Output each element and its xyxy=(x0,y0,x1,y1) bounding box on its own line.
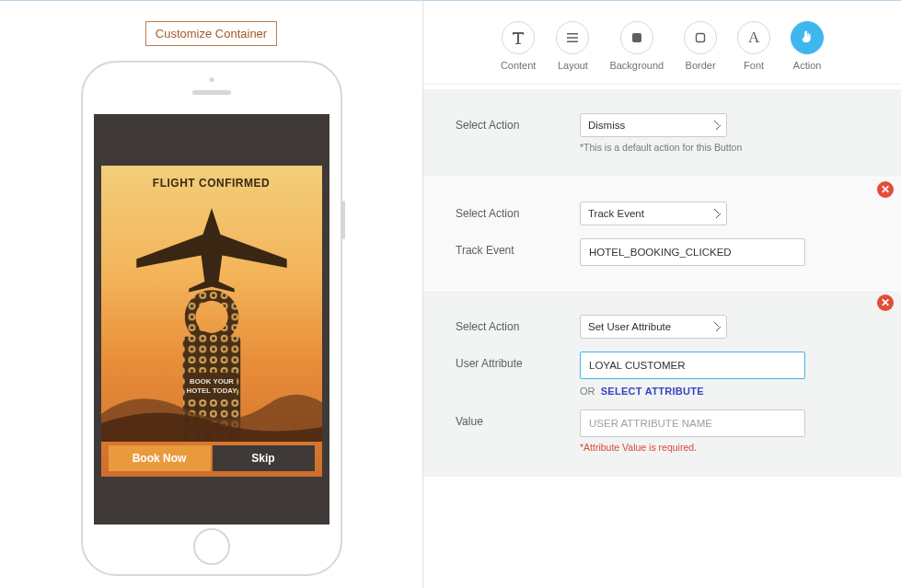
customize-container-button[interactable]: Customize Container xyxy=(145,21,277,46)
remove-block-button[interactable]: ✕ xyxy=(877,181,894,198)
properties-pane: Content Layout Background Border xyxy=(423,1,901,588)
svg-rect-7 xyxy=(632,33,641,42)
preview-pane: Customize Container FLIGHT CONFIRMED xyxy=(0,1,423,588)
properties-tabs: Content Layout Background Border xyxy=(423,1,901,85)
action-block-user-attribute: ✕ Select Action Set User Attribute User … xyxy=(423,290,901,477)
action-block-dismiss: Select Action Dismiss *This is a default… xyxy=(423,89,901,177)
select-action-label: Select Action xyxy=(456,202,580,220)
user-attribute-input[interactable] xyxy=(580,352,805,379)
airplane-icon xyxy=(124,202,299,294)
action-block-track-event: ✕ Select Action Track Event Track Event xyxy=(423,177,901,290)
select-attribute-link[interactable]: SELECT ATTRIBUTE xyxy=(601,386,704,397)
lines-icon xyxy=(556,21,589,54)
action-select-user-attribute[interactable]: Set User Attribute xyxy=(580,315,727,339)
action-select-dismiss[interactable]: Dismiss xyxy=(580,113,727,137)
remove-block-button[interactable]: ✕ xyxy=(877,294,894,311)
pointer-icon xyxy=(791,21,824,54)
phone-screen[interactable]: FLIGHT CONFIRMED xyxy=(94,114,329,525)
letter-a-icon: A xyxy=(737,21,770,54)
attribute-value-input[interactable] xyxy=(580,409,805,437)
card-title: FLIGHT CONFIRMED xyxy=(101,166,322,190)
book-now-button[interactable]: Book Now xyxy=(109,445,211,471)
track-event-label: Track Event xyxy=(456,238,580,257)
tab-background[interactable]: Background xyxy=(609,21,664,71)
svg-rect-8 xyxy=(697,34,705,42)
or-select-attribute: OR SELECT ATTRIBUTE xyxy=(580,386,869,397)
tab-layout[interactable]: Layout xyxy=(556,21,589,71)
select-action-label: Select Action xyxy=(456,315,580,333)
default-action-hint: *This is a default action for this Butto… xyxy=(580,142,869,153)
text-icon xyxy=(502,21,535,54)
action-select-track-event[interactable]: Track Event xyxy=(580,202,727,225)
user-attribute-label: User Attribute xyxy=(456,352,580,370)
phone-home-button xyxy=(193,528,230,565)
tab-border[interactable]: Border xyxy=(684,21,717,71)
value-required-error: *Attribute Value is required. xyxy=(580,442,869,453)
phone-side-button xyxy=(342,201,345,239)
square-outline-icon xyxy=(684,21,717,54)
tab-content[interactable]: Content xyxy=(501,21,537,71)
phone-speaker xyxy=(192,90,231,95)
tab-action[interactable]: Action xyxy=(791,21,824,71)
skip-button[interactable]: Skip xyxy=(213,445,315,471)
square-fill-icon xyxy=(620,21,653,54)
tab-font[interactable]: A Font xyxy=(737,21,770,71)
track-event-input[interactable] xyxy=(580,238,805,266)
value-label: Value xyxy=(456,409,580,428)
inapp-card[interactable]: FLIGHT CONFIRMED xyxy=(101,166,322,477)
select-action-label: Select Action xyxy=(456,113,580,132)
hills-decoration xyxy=(101,377,322,442)
phone-camera-dot xyxy=(209,77,214,82)
phone-frame: FLIGHT CONFIRMED xyxy=(81,61,342,576)
